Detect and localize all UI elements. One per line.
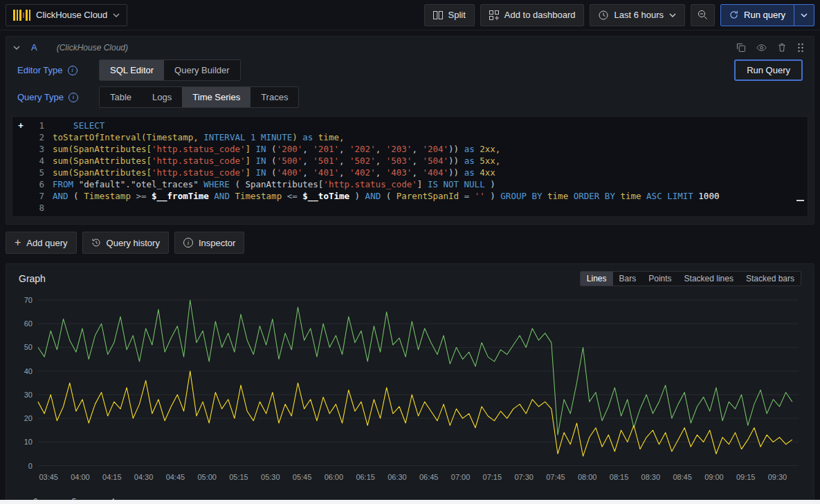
query-type-option-traces[interactable]: Traces <box>250 87 298 107</box>
inspector-label: Inspector <box>199 238 235 248</box>
query-type-toggle: Table Logs Time Series Traces <box>99 86 299 108</box>
datasource-picker[interactable]: ClickHouse Cloud <box>6 4 127 26</box>
run-query-button[interactable]: Run query <box>721 5 794 26</box>
graph-panel: Graph Lines Bars Points Stacked lines St… <box>6 263 814 504</box>
plus-icon: + <box>15 237 21 248</box>
explore-toolbar: ClickHouse Cloud Split Add to dashboard … <box>0 0 820 30</box>
query-type-option-table[interactable]: Table <box>100 87 142 107</box>
zoom-out-icon <box>698 10 708 20</box>
svg-text:06:15: 06:15 <box>356 473 374 481</box>
graph-style-lines[interactable]: Lines <box>581 272 613 286</box>
graph-style-points[interactable]: Points <box>642 272 677 286</box>
collapse-chevron-icon[interactable] <box>13 46 20 50</box>
svg-text:04:15: 04:15 <box>102 473 121 481</box>
query-row-actions <box>736 43 807 53</box>
svg-text:08:00: 08:00 <box>578 473 596 481</box>
svg-text:0: 0 <box>28 462 33 470</box>
svg-text:08:45: 08:45 <box>673 473 691 481</box>
svg-text:09:15: 09:15 <box>736 473 755 481</box>
info-icon[interactable]: i <box>68 66 78 75</box>
clickhouse-logo-icon <box>13 9 30 21</box>
svg-text:10: 10 <box>24 438 33 446</box>
query-type-option-logs[interactable]: Logs <box>142 87 182 107</box>
svg-text:04:00: 04:00 <box>71 473 89 481</box>
split-button[interactable]: Split <box>424 4 475 26</box>
graph-panel-header: Graph Lines Bars Points Stacked lines St… <box>13 270 807 292</box>
sql-editor[interactable]: +1 SELECT2toStartOfInterval(Timestamp, I… <box>12 116 808 217</box>
svg-text:07:15: 07:15 <box>483 473 502 481</box>
svg-text:07:00: 07:00 <box>451 473 470 481</box>
svg-text:70: 70 <box>24 296 33 304</box>
query-row-header: A (ClickHouse Cloud) <box>6 37 814 57</box>
time-series-chart[interactable]: 01020304050607003:4504:0004:1504:3004:45… <box>13 292 807 496</box>
svg-text:06:00: 06:00 <box>325 473 343 481</box>
svg-text:09:30: 09:30 <box>768 473 787 481</box>
svg-text:05:15: 05:15 <box>229 473 248 481</box>
chevron-down-icon <box>113 13 120 17</box>
query-datasource-hint: (ClickHouse Cloud) <box>57 43 128 53</box>
delete-query-trash-icon[interactable] <box>778 43 786 52</box>
query-editor-panel: A (ClickHouse Cloud) Editor Type i SQL E… <box>6 36 814 225</box>
window-bottom-edge <box>0 500 820 504</box>
editor-type-option-sql-editor[interactable]: SQL Editor <box>100 60 164 80</box>
add-to-dashboard-label: Add to dashboard <box>504 10 576 20</box>
svg-text:60: 60 <box>24 319 33 328</box>
editor-type-label-text: Editor Type <box>17 65 63 75</box>
info-icon: i <box>183 238 193 248</box>
zoom-out-button[interactable] <box>691 4 715 26</box>
time-range-picker[interactable]: Last 6 hours <box>590 4 685 26</box>
editor-type-option-query-builder[interactable]: Query Builder <box>164 60 239 80</box>
time-range-label: Last 6 hours <box>614 10 664 20</box>
query-history-label: Query history <box>107 238 160 248</box>
toolbar-actions: Split Add to dashboard Last 6 hours <box>424 4 814 26</box>
svg-text:20: 20 <box>24 414 33 422</box>
duplicate-query-icon[interactable] <box>736 43 745 52</box>
inspector-button[interactable]: i Inspector <box>174 232 244 254</box>
info-icon[interactable]: i <box>69 93 78 102</box>
history-icon <box>91 238 101 248</box>
graph-style-bars[interactable]: Bars <box>613 272 643 286</box>
svg-text:04:30: 04:30 <box>134 473 153 481</box>
svg-text:06:30: 06:30 <box>388 473 406 481</box>
explore-actions-row: + Add query Query history i Inspector <box>6 232 814 254</box>
toggle-visibility-eye-icon[interactable] <box>756 44 767 52</box>
run-query-split-button: Run query <box>720 4 814 26</box>
graph-style-stacked-lines[interactable]: Stacked lines <box>678 272 740 286</box>
drag-handle-icon[interactable] <box>797 43 804 53</box>
svg-text:08:15: 08:15 <box>610 473 628 481</box>
svg-text:08:30: 08:30 <box>641 473 660 481</box>
run-query-dropdown-button[interactable] <box>794 5 814 26</box>
svg-text:04:45: 04:45 <box>166 473 185 481</box>
editor-type-label: Editor Type i <box>17 65 99 75</box>
editor-type-toggle: SQL Editor Query Builder <box>99 59 241 81</box>
svg-text:09:00: 09:00 <box>704 473 723 481</box>
add-to-dashboard-button[interactable]: Add to dashboard <box>480 4 585 26</box>
editor-resize-handle[interactable] <box>796 200 804 201</box>
svg-text:05:30: 05:30 <box>261 473 280 481</box>
query-type-label-text: Query Type <box>17 92 64 102</box>
svg-text:30: 30 <box>24 391 33 399</box>
query-type-option-time-series[interactable]: Time Series <box>182 87 250 107</box>
sql-code-lines: +1 SELECT2toStartOfInterval(Timestamp, I… <box>12 120 808 214</box>
add-query-button[interactable]: + Add query <box>6 232 77 254</box>
graph-style-toggle: Lines Bars Points Stacked lines Stacked … <box>580 271 801 286</box>
run-query-panel-button[interactable]: Run Query <box>734 59 803 81</box>
svg-text:05:00: 05:00 <box>197 473 216 481</box>
refresh-icon <box>729 10 738 19</box>
add-to-dashboard-icon <box>489 10 499 20</box>
svg-text:05:45: 05:45 <box>293 473 311 481</box>
svg-text:07:45: 07:45 <box>546 473 565 481</box>
svg-text:40: 40 <box>24 367 33 375</box>
graph-panel-title: Graph <box>19 273 46 284</box>
run-query-label: Run query <box>744 10 785 20</box>
graph-style-stacked-bars[interactable]: Stacked bars <box>740 272 801 286</box>
chevron-down-icon <box>669 13 676 17</box>
add-query-label: Add query <box>26 238 67 248</box>
datasource-name: ClickHouse Cloud <box>36 10 107 20</box>
editor-type-row: Editor Type i SQL Editor Query Builder R… <box>6 57 814 84</box>
query-history-button[interactable]: Query history <box>82 232 169 254</box>
svg-text:06:45: 06:45 <box>419 473 438 481</box>
svg-text:03:45: 03:45 <box>39 473 57 481</box>
split-label: Split <box>448 10 466 20</box>
clock-icon <box>599 10 608 20</box>
